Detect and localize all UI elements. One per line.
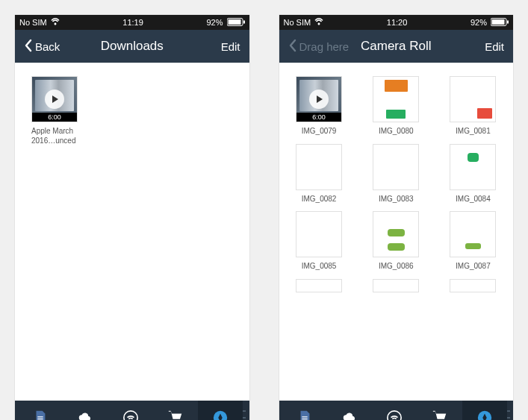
nav-bar: Drag here Camera Roll Edit	[279, 30, 514, 63]
photo-item[interactable]	[441, 279, 506, 292]
play-icon	[309, 90, 329, 109]
svg-rect-2	[243, 20, 245, 23]
photo-item[interactable]: IMG_0083	[364, 144, 429, 204]
battery-percent: 92%	[206, 18, 223, 27]
chevron-left-icon	[24, 39, 33, 54]
thumbnail-screenshot	[373, 76, 419, 122]
tab-store[interactable]	[153, 401, 198, 420]
drag-handle-icon[interactable]	[243, 408, 246, 420]
tab-bar	[279, 401, 514, 420]
battery-icon	[491, 18, 509, 28]
drag-hint-label: Drag here	[299, 40, 350, 53]
tab-cloud[interactable]	[327, 401, 372, 420]
nav-bar: Back Downloads Edit	[15, 30, 249, 63]
tab-store[interactable]	[417, 401, 462, 420]
status-bar: No SIM 11:19 92%	[15, 15, 249, 30]
photo-item[interactable]: IMG_0082	[287, 144, 352, 204]
tab-wifi-share[interactable]	[108, 401, 153, 420]
file-caption: IMG_0085	[302, 262, 337, 272]
tab-browser[interactable]	[198, 401, 243, 420]
carrier-label: No SIM	[19, 18, 47, 27]
thumbnail-screenshot	[373, 211, 419, 257]
file-caption: IMG_0087	[456, 262, 491, 272]
battery-icon	[227, 18, 245, 28]
photo-item[interactable]: IMG_0081	[441, 76, 506, 137]
tab-documents[interactable]	[282, 401, 327, 420]
chevron-left-icon	[288, 39, 297, 54]
back-label: Back	[35, 40, 60, 53]
edit-button[interactable]: Edit	[485, 40, 504, 53]
photo-item[interactable]: IMG_0085	[287, 211, 352, 272]
photo-item[interactable]: IMG_0087	[441, 211, 506, 272]
photo-item[interactable]: IMG_0086	[364, 211, 429, 272]
tab-cloud[interactable]	[63, 401, 108, 420]
duration-badge: 6:00	[32, 113, 77, 122]
content-area[interactable]: 6:00 IMG_0079 IMG_0080	[279, 63, 514, 401]
clock: 11:20	[387, 18, 408, 27]
carrier-label: No SIM	[284, 18, 311, 27]
photo-item[interactable]: 6:00 IMG_0079	[287, 76, 352, 137]
thumbnail-screenshot	[450, 211, 496, 257]
thumbnail-video: 6:00	[296, 76, 342, 122]
file-caption: IMG_0086	[379, 262, 414, 272]
screen-camera-roll: No SIM 11:20 92% Drag here Camera Roll	[279, 15, 514, 420]
drag-handle-icon[interactable]	[507, 408, 510, 420]
thumbnail-video: 6:00	[31, 76, 78, 122]
svg-rect-6	[492, 19, 505, 25]
wifi-icon	[314, 18, 323, 27]
content-area[interactable]: 6:00 Apple March 2016…unced	[15, 63, 249, 401]
status-bar: No SIM 11:20 92%	[279, 15, 514, 30]
svg-rect-7	[507, 20, 509, 23]
file-caption: IMG_0080	[379, 127, 414, 137]
thumbnail-screenshot	[450, 279, 496, 292]
thumbnail-screenshot	[450, 76, 496, 122]
edit-button[interactable]: Edit	[221, 40, 240, 53]
screen-downloads: No SIM 11:19 92% Back Downloads E	[15, 15, 249, 420]
thumbnail-screenshot	[450, 144, 496, 190]
wifi-icon	[51, 18, 60, 27]
file-caption: IMG_0083	[379, 195, 414, 204]
drop-zone-hint[interactable]: Drag here	[288, 39, 350, 54]
photo-item[interactable]: IMG_0084	[441, 144, 506, 204]
thumbnail-screenshot	[296, 211, 342, 257]
file-caption: IMG_0084	[456, 195, 491, 204]
thumbnail-screenshot	[373, 279, 419, 292]
file-caption: Apple March 2016…unced	[31, 127, 87, 145]
tab-wifi-share[interactable]	[372, 401, 417, 420]
play-icon	[45, 90, 64, 109]
tab-documents[interactable]	[18, 401, 63, 420]
file-caption: IMG_0081	[456, 127, 491, 137]
svg-rect-1	[228, 19, 240, 25]
photo-item[interactable]: IMG_0080	[364, 76, 429, 137]
tab-bar	[15, 401, 249, 420]
file-item[interactable]: 6:00 Apple March 2016…unced	[22, 76, 87, 145]
file-caption: IMG_0082	[302, 195, 337, 204]
battery-percent: 92%	[470, 18, 487, 27]
thumbnail-screenshot	[296, 144, 342, 190]
thumbnail-screenshot	[296, 279, 342, 292]
photo-item[interactable]	[364, 279, 429, 292]
tab-browser[interactable]	[462, 401, 507, 420]
back-button[interactable]: Back	[24, 39, 60, 54]
file-caption: IMG_0079	[302, 127, 337, 137]
clock: 11:19	[122, 18, 143, 27]
photo-item[interactable]	[287, 279, 352, 292]
thumbnail-screenshot	[373, 144, 419, 190]
duration-badge: 6:00	[296, 113, 341, 122]
